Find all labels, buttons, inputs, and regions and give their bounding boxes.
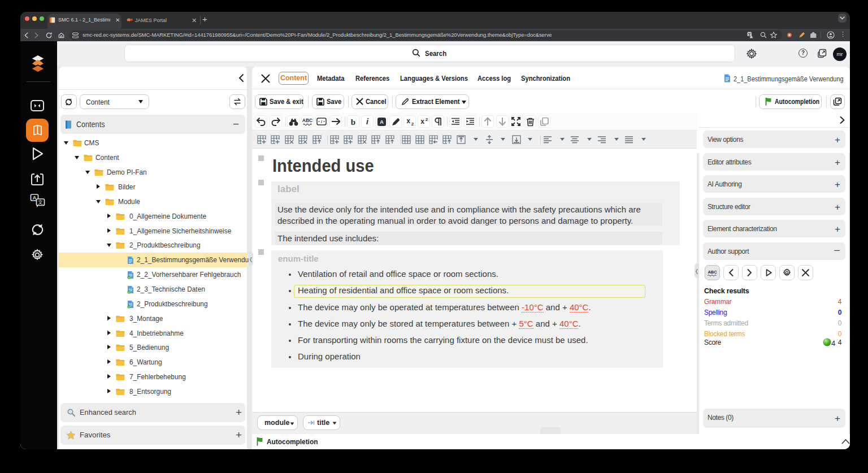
svg-text:2: 2: [426, 117, 428, 122]
svg-text:ABC: ABC: [708, 270, 717, 275]
svg-text:A: A: [380, 119, 384, 125]
svg-text:A: A: [33, 195, 37, 201]
svg-text:x: x: [406, 117, 410, 125]
svg-text:x: x: [420, 118, 424, 125]
svg-text:i: i: [366, 117, 369, 126]
svg-text:2: 2: [411, 121, 414, 127]
svg-text:ABC: ABC: [302, 118, 313, 123]
svg-text:b: b: [351, 118, 355, 127]
svg-text:文: 文: [38, 199, 43, 205]
svg-text:/: /: [321, 119, 323, 124]
